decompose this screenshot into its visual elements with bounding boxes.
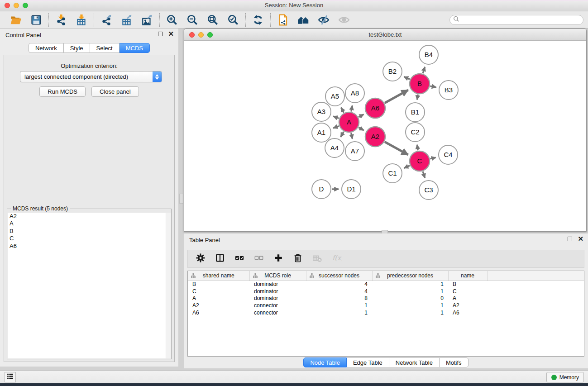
mcds-result-item[interactable]: A2 bbox=[8, 213, 171, 220]
mcds-result-item[interactable]: B bbox=[8, 228, 171, 235]
unselect-all-rows-button[interactable] bbox=[253, 253, 264, 264]
edge-B-B4[interactable] bbox=[423, 67, 425, 73]
hide-selected-button[interactable] bbox=[317, 14, 330, 26]
column-header-MCDS-role[interactable]: MCDS role bbox=[249, 271, 306, 281]
mcds-result-item[interactable]: A bbox=[8, 220, 171, 227]
edge-B-B1[interactable] bbox=[417, 95, 418, 100]
tab-network-table[interactable]: Network Table bbox=[389, 357, 440, 367]
cell-shared-name[interactable]: C bbox=[188, 288, 249, 295]
float-table-panel-icon[interactable] bbox=[568, 237, 572, 241]
cell-successor-nodes[interactable]: 1 bbox=[306, 309, 372, 316]
refresh-layout-button[interactable] bbox=[252, 14, 264, 26]
table-row[interactable]: A6connector11A6 bbox=[188, 309, 584, 316]
export-image-button[interactable] bbox=[141, 14, 153, 26]
tab-node-table[interactable]: Node Table bbox=[303, 357, 347, 367]
table-row[interactable]: Adominator80A bbox=[188, 295, 584, 302]
edge-A-A2[interactable] bbox=[359, 128, 364, 130]
close-panel-button[interactable]: Close panel bbox=[91, 86, 139, 97]
edge-C-C4[interactable] bbox=[430, 157, 435, 159]
delete-column-button[interactable] bbox=[292, 253, 303, 264]
close-panel-icon[interactable]: ✕ bbox=[168, 32, 174, 36]
cell-shared-name[interactable]: B bbox=[188, 281, 249, 288]
table-row[interactable]: Bdominator41B bbox=[188, 281, 584, 288]
edge-B-B2[interactable] bbox=[404, 76, 410, 79]
memory-button[interactable]: Memory bbox=[546, 372, 584, 382]
export-table-button[interactable] bbox=[120, 14, 133, 26]
network-window-titlebar[interactable]: testGlobe.txt bbox=[184, 29, 586, 41]
cell-MCDS-role[interactable]: connector bbox=[249, 309, 306, 316]
edge-C-C1[interactable] bbox=[404, 166, 410, 168]
cell-name[interactable]: A bbox=[448, 295, 487, 302]
tab-select[interactable]: Select bbox=[90, 43, 120, 53]
edge-A-A3[interactable] bbox=[333, 116, 339, 119]
tab-network[interactable]: Network bbox=[29, 43, 64, 53]
cell-predecessor-nodes[interactable]: 1 bbox=[372, 281, 448, 288]
first-neighbors-button[interactable] bbox=[297, 14, 310, 26]
network-from-document-button[interactable] bbox=[277, 14, 289, 26]
mcds-result-item[interactable]: A6 bbox=[8, 243, 171, 250]
zoom-in-button[interactable] bbox=[166, 14, 178, 26]
cell-MCDS-role[interactable]: dominator bbox=[249, 281, 306, 288]
zoom-fit-button[interactable] bbox=[206, 14, 219, 26]
edge-A-A5[interactable] bbox=[341, 108, 344, 113]
tab-mcds[interactable]: MCDS bbox=[120, 43, 150, 53]
zoom-selected-button[interactable] bbox=[227, 14, 239, 26]
search-field[interactable] bbox=[449, 15, 583, 25]
cell-shared-name[interactable]: A6 bbox=[188, 309, 249, 316]
tab-motifs[interactable]: Motifs bbox=[440, 357, 468, 367]
import-network-button[interactable] bbox=[55, 14, 67, 26]
cell-successor-nodes[interactable]: 1 bbox=[306, 302, 372, 309]
edge-C-C3[interactable] bbox=[423, 172, 425, 178]
network-canvas[interactable]: B4B2BB3B1A5A8A6A3AA1C2A4A7A2C4CC1C3DD1 bbox=[184, 41, 586, 231]
mcds-result-item[interactable]: C bbox=[8, 235, 171, 242]
cell-MCDS-role[interactable]: connector bbox=[249, 302, 306, 309]
tab-edge-table[interactable]: Edge Table bbox=[347, 357, 389, 367]
column-header-successor-nodes[interactable]: successor nodes bbox=[306, 271, 372, 281]
cell-predecessor-nodes[interactable]: 1 bbox=[372, 309, 448, 316]
cell-shared-name[interactable]: A bbox=[188, 295, 249, 302]
cell-predecessor-nodes[interactable]: 0 bbox=[372, 295, 448, 302]
edge-A2-C[interactable] bbox=[385, 142, 408, 155]
show-columns-button[interactable] bbox=[215, 253, 225, 264]
function-builder-button[interactable]: f(x) bbox=[331, 253, 342, 264]
open-session-button[interactable] bbox=[10, 14, 22, 26]
network-graph[interactable]: B4B2BB3B1A5A8A6A3AA1C2A4A7A2C4CC1C3DD1 bbox=[184, 41, 586, 231]
column-header-name[interactable]: name bbox=[448, 271, 487, 281]
cell-name[interactable]: A2 bbox=[448, 302, 487, 309]
select-all-rows-button[interactable] bbox=[234, 253, 245, 264]
cell-successor-nodes[interactable]: 4 bbox=[306, 288, 372, 295]
cell-shared-name[interactable]: A2 bbox=[188, 302, 249, 309]
table-settings-button[interactable] bbox=[195, 253, 206, 264]
cell-name[interactable]: A6 bbox=[448, 309, 487, 316]
cell-successor-nodes[interactable]: 8 bbox=[306, 295, 372, 302]
cell-predecessor-nodes[interactable]: 1 bbox=[372, 288, 448, 295]
column-header-predecessor-nodes[interactable]: predecessor nodes bbox=[372, 271, 448, 281]
cell-name[interactable]: C bbox=[448, 288, 487, 295]
table-row[interactable]: Cdominator41C bbox=[188, 288, 584, 295]
edge-A-A4[interactable] bbox=[341, 132, 344, 137]
cell-MCDS-role[interactable]: dominator bbox=[249, 295, 306, 302]
edge-A6-B[interactable] bbox=[385, 90, 408, 103]
cell-MCDS-role[interactable]: dominator bbox=[249, 288, 306, 295]
edge-A-A6[interactable] bbox=[359, 114, 363, 117]
cell-successor-nodes[interactable]: 4 bbox=[306, 281, 372, 288]
export-network-button[interactable] bbox=[100, 14, 113, 26]
criterion-select[interactable]: largest connected component (directed) bbox=[20, 71, 162, 82]
tab-style[interactable]: Style bbox=[64, 43, 90, 53]
run-mcds-button[interactable]: Run MCDS bbox=[39, 86, 86, 97]
edge-A-A7[interactable] bbox=[351, 133, 353, 139]
edge-A-A1[interactable] bbox=[333, 126, 339, 128]
scrollbar-track[interactable] bbox=[166, 213, 171, 358]
edge-A-A8[interactable] bbox=[351, 105, 353, 111]
add-column-button[interactable] bbox=[273, 253, 284, 264]
import-table-button[interactable] bbox=[75, 14, 88, 26]
vertical-split-handle[interactable] bbox=[179, 194, 183, 204]
close-table-panel-icon[interactable]: ✕ bbox=[578, 237, 583, 241]
edge-B-B3[interactable] bbox=[430, 86, 436, 87]
search-input[interactable] bbox=[459, 16, 583, 24]
show-all-button[interactable] bbox=[338, 14, 350, 26]
mcds-result-list[interactable]: A2ABCA6 bbox=[8, 213, 171, 358]
zoom-out-button[interactable] bbox=[186, 14, 199, 26]
column-header-shared-name[interactable]: shared name bbox=[188, 271, 249, 281]
save-session-button[interactable] bbox=[30, 14, 43, 26]
